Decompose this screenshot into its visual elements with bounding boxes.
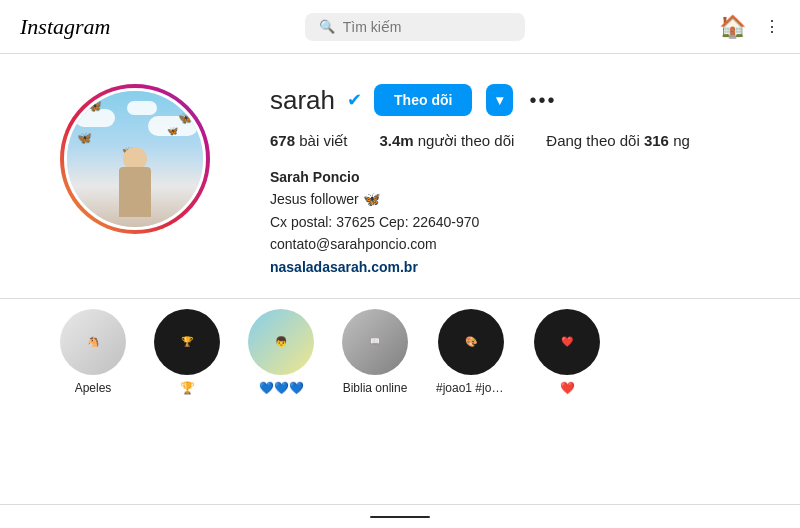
follow-dropdown-button[interactable]: ▾ [486, 84, 513, 116]
profile-stats: 678 bài viết 3.4m người theo dõi Đang th… [270, 132, 760, 150]
story-item[interactable]: 🏆 🏆 [154, 309, 220, 395]
stat-following: Đang theo dõi 316 ng [546, 132, 689, 150]
story-item[interactable]: ❤️ ❤️ [534, 309, 600, 395]
story-label: ❤️ [560, 381, 575, 395]
posts-count: 678 [270, 132, 295, 149]
avatar-wrapper: 🦋 🦋 🦋 🦋 🦋 [60, 84, 210, 234]
search-input[interactable] [343, 19, 511, 35]
follow-button[interactable]: Theo dõi [374, 84, 472, 116]
story-circle: 🐴 [60, 309, 126, 375]
story-item[interactable]: 👦 💙💙💙 [248, 309, 314, 395]
following-count: 316 [644, 132, 669, 149]
bio-line1: Jesus follower 🦋 [270, 188, 760, 210]
header-icons: 🏠 ⋮ [719, 14, 780, 40]
verified-badge: ✔ [347, 89, 362, 111]
bio-name: Sarah Poncio [270, 166, 760, 188]
profile-section: 🦋 🦋 🦋 🦋 🦋 sarah ✔ Theo dõi ▾ ••• [0, 54, 800, 298]
avatar-scene: 🦋 🦋 🦋 🦋 🦋 [67, 91, 203, 227]
posts-label: bài viết [299, 132, 347, 149]
bio-link[interactable]: nasaladasarah.com.br [270, 256, 760, 278]
story-item[interactable]: 🐴 Apeles [60, 309, 126, 395]
search-bar[interactable]: 🔍 [305, 13, 525, 41]
story-circle: 🎨 [438, 309, 504, 375]
story-item[interactable]: 🎨 #joao1 #jos... [436, 309, 506, 395]
story-item[interactable]: 📖 Biblia online [342, 309, 408, 395]
stat-posts: 678 bài viết [270, 132, 347, 150]
home-icon[interactable]: 🏠 [719, 14, 746, 40]
header: Instagram 🔍 🏠 ⋮ [0, 0, 800, 54]
avatar-ring: 🦋 🦋 🦋 🦋 🦋 [60, 84, 210, 234]
search-icon: 🔍 [319, 19, 335, 34]
bio-line3: contato@sarahponcio.com [270, 233, 760, 255]
story-label: 🏆 [180, 381, 195, 395]
story-label: 💙💙💙 [259, 381, 304, 395]
story-circle: ❤️ [534, 309, 600, 375]
story-label: #joao1 #jos... [436, 381, 506, 395]
more-options-button[interactable]: ••• [529, 89, 556, 112]
profile-bio: Sarah Poncio Jesus follower 🦋 Cx postal:… [270, 166, 760, 278]
story-circle: 👦 [248, 309, 314, 375]
story-label: Biblia online [343, 381, 408, 395]
following-suffix: ng [673, 132, 690, 149]
bio-line2: Cx postal: 37625 Cep: 22640-970 [270, 211, 760, 233]
profile-username: sarah [270, 85, 335, 116]
more-icon[interactable]: ⋮ [764, 17, 780, 36]
story-circle: 📖 [342, 309, 408, 375]
followers-label: người theo dõi [418, 132, 515, 149]
bottom-bar [0, 504, 800, 528]
stories-section: 🐴 Apeles 🏆 🏆 👦 💙💙💙 📖 Biblia online 🎨 #jo… [0, 298, 800, 405]
username-row: sarah ✔ Theo dõi ▾ ••• [270, 84, 760, 116]
avatar: 🦋 🦋 🦋 🦋 🦋 [64, 88, 206, 230]
stat-followers: 3.4m người theo dõi [379, 132, 514, 150]
story-circle: 🏆 [154, 309, 220, 375]
story-label: Apeles [75, 381, 112, 395]
following-prefix: Đang theo dõi [546, 132, 644, 149]
profile-info: sarah ✔ Theo dõi ▾ ••• 678 bài viết 3.4m… [270, 84, 760, 278]
followers-count: 3.4m [379, 132, 413, 149]
bottom-indicator [370, 516, 430, 518]
avatar-figure [115, 147, 155, 217]
instagram-logo: Instagram [20, 14, 110, 40]
